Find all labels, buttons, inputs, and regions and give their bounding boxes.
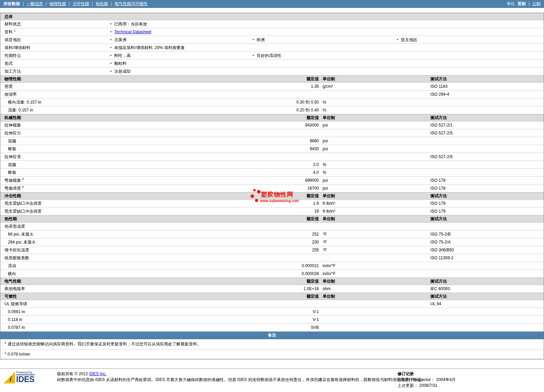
general-value-cell: •颗粒料 bbox=[110, 61, 253, 67]
ides-inc-link[interactable]: IDES Inc. bbox=[89, 371, 107, 376]
nav-physical-properties[interactable]: 物理性能 bbox=[49, 1, 66, 7]
added-to-label: 添加到 Prospector： bbox=[397, 377, 435, 382]
col-header-test-method: 测试方法 bbox=[430, 193, 544, 199]
general-label-text: 形式 bbox=[4, 61, 13, 66]
property-row: 拉伸应力ISO 527-2/5 bbox=[0, 129, 544, 137]
col-header-test-method: 测试方法 bbox=[430, 294, 544, 299]
last-updated-label: 上次更新： bbox=[397, 383, 418, 388]
nav-thermal-properties[interactable]: 热性能 bbox=[96, 1, 108, 7]
property-unit: % bbox=[323, 162, 430, 167]
unit-english-button[interactable]: 英制 bbox=[518, 1, 526, 7]
footnote-text: 0.079 in/min bbox=[8, 352, 30, 357]
copyright-label: 版权所有 bbox=[57, 371, 73, 376]
property-value: 899000 bbox=[244, 178, 323, 183]
section-header: 物理性能额定值单位制测试方法 bbox=[0, 75, 544, 83]
property-label-text: 维卡软化温度 bbox=[4, 248, 29, 252]
property-unit: psi bbox=[323, 146, 430, 151]
general-value: 北美洲 bbox=[114, 37, 127, 42]
property-label: 屈服 bbox=[0, 138, 244, 144]
last-updated-value: 2008/7/31 bbox=[419, 383, 437, 388]
test-method: UL 94 bbox=[430, 301, 544, 306]
property-label: 维卡软化温度 bbox=[0, 247, 244, 253]
general-value-cell: •未指定填料/增强材料, 20% 填料按重量 bbox=[110, 45, 253, 51]
test-method: ISO 178 bbox=[430, 186, 544, 191]
property-row: 线形膨胀系数ISO 11359-2 bbox=[0, 254, 544, 262]
property-row: 弯曲强度 216700psiISO 178 bbox=[0, 185, 544, 192]
property-label-text: 0.0591 in bbox=[8, 309, 25, 314]
property-row: 断裂9430psi bbox=[0, 145, 544, 153]
property-row: 横向0.000028in/in/°F bbox=[0, 270, 544, 278]
property-label: 热变形温度 bbox=[0, 224, 244, 229]
general-value: 欧洲 bbox=[257, 37, 265, 42]
unit-metric-button[interactable]: 公制 bbox=[532, 1, 541, 7]
property-value: 9860 bbox=[244, 139, 323, 143]
property-row: 简支梁缺口冲击强度1.9ft·lb/in²ISO 179 bbox=[0, 200, 544, 207]
general-value-cell: •注射成型 bbox=[110, 69, 253, 74]
property-value: 1.9 bbox=[244, 201, 323, 206]
property-label: 收缩率 bbox=[0, 92, 244, 97]
property-row: 流动0.000021in/in/°F bbox=[0, 262, 544, 270]
property-label: UL 阻燃等级 bbox=[0, 301, 244, 307]
property-label: 横向流量: 0.157 in bbox=[0, 99, 244, 105]
nav-all-data[interactable]: 所有数据 bbox=[3, 1, 20, 7]
general-label: 材料状态 bbox=[0, 21, 110, 27]
section-title: 可燃性 bbox=[0, 294, 244, 299]
technical-datasheet-link[interactable]: Technical Datasheet bbox=[114, 29, 151, 34]
bullet-icon: • bbox=[110, 53, 112, 57]
property-value: 943000 bbox=[244, 123, 323, 128]
property-row: UL 阻燃等级UL 94 bbox=[0, 300, 544, 308]
note-row: 20.079 in/min bbox=[0, 349, 544, 359]
footnote-ref: 2 bbox=[22, 177, 24, 181]
section-header: 冲击性能额定值单位制测试方法 bbox=[0, 192, 544, 200]
property-label-text: 264 psi, 未退火 bbox=[8, 240, 36, 245]
col-header-unit-system: 单位制 bbox=[323, 115, 430, 121]
property-label: 断裂 bbox=[0, 146, 244, 152]
added-to-value: 2004年4月 bbox=[436, 377, 456, 382]
nav-electrical-flammability[interactable]: 电气性能与可燃性 bbox=[115, 1, 148, 7]
general-value: 刚性，高 bbox=[114, 53, 131, 58]
property-value: 1.0E+16 bbox=[244, 286, 323, 291]
test-method: ISO 11359-2 bbox=[430, 256, 544, 260]
bullet-icon: • bbox=[110, 29, 112, 34]
general-value-cell: •刚性，高 bbox=[110, 53, 253, 59]
property-label-text: 拉伸应变 bbox=[4, 154, 21, 159]
property-unit: ft·lb/in² bbox=[323, 209, 430, 214]
col-header-test-method: 测试方法 bbox=[430, 115, 544, 121]
property-label: 0.0591 in bbox=[0, 309, 244, 314]
property-row: 维卡软化温度255°FISO 306/B50 bbox=[0, 246, 544, 254]
col-header-test-method: 测试方法 bbox=[430, 76, 544, 82]
property-label: 线形膨胀系数 bbox=[0, 255, 244, 261]
property-unit: °F bbox=[323, 232, 430, 237]
property-label: 断裂 bbox=[0, 170, 244, 176]
property-label: 拉伸模量 bbox=[0, 122, 244, 128]
ides-logo[interactable]: i Powered by IDES bbox=[3, 371, 52, 383]
bullet-icon: • bbox=[110, 45, 112, 49]
footer: i Powered by IDES 版权所有 © 2012 IDES Inc. … bbox=[0, 368, 544, 390]
property-unit: g/cm³ bbox=[323, 84, 430, 89]
property-row: 断裂4.0% bbox=[0, 169, 544, 177]
property-label-text: 流动 bbox=[8, 263, 16, 268]
footnote-text: 通过这些链接您能够访问供应商资料。我们尽量保证及时更新资料；不过您可以从供应商处… bbox=[8, 342, 201, 346]
general-value: 颗粒料 bbox=[114, 61, 127, 66]
property-unit: °F bbox=[323, 240, 430, 245]
units-toggle: 单位 英制 | 公制 bbox=[507, 1, 541, 7]
property-label-text: 表面电阻率 bbox=[4, 286, 25, 291]
general-value-cell: •北美洲 bbox=[110, 37, 253, 43]
ides-logo-text: IDES bbox=[16, 376, 35, 383]
property-label-text: 弯曲强度 bbox=[4, 186, 21, 191]
property-value: 4.0 bbox=[244, 170, 323, 175]
property-value: 0.000021 bbox=[244, 263, 323, 268]
property-row: 屈服9860psi bbox=[0, 137, 544, 145]
property-label-text: 横向 bbox=[8, 271, 16, 276]
revision-title: 修订记录 bbox=[397, 371, 456, 377]
ides-logo-i: i bbox=[10, 375, 12, 383]
general-label-text: 材料状态 bbox=[4, 22, 21, 26]
col-header-unit-system: 单位制 bbox=[323, 216, 430, 222]
col-header-rating: 额定值 bbox=[244, 294, 323, 299]
property-label: 264 psi, 未退火 bbox=[0, 239, 244, 245]
general-value-cell: •良好的流动性 bbox=[253, 53, 397, 59]
nav-general-info[interactable]: 一般信息 bbox=[26, 1, 43, 7]
nav-mechanical-properties[interactable]: 力学性能 bbox=[72, 1, 89, 7]
property-row: 拉伸模量943000psiISO 527-2/1 bbox=[0, 121, 544, 129]
footer-text: 版权所有 © 2012 IDES Inc. 此数据表中的信息由 IDES 从该材… bbox=[57, 371, 425, 383]
